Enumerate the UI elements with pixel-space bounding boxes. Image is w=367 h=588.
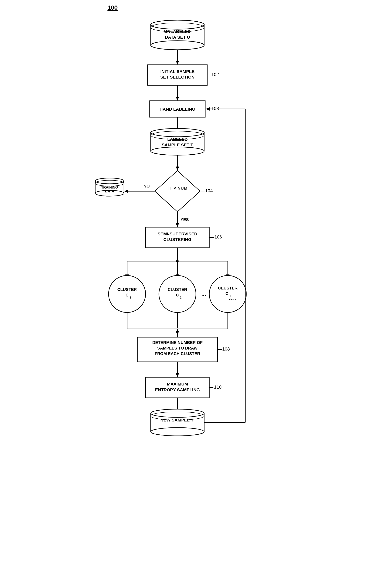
initial-sample-text2: SET SELECTION [160,75,194,79]
svg-marker-19 [176,166,179,171]
semi-supervised-text: SEMI-SUPERVISED [158,232,197,236]
clusterk-text: CLUSTER [218,286,237,290]
hand-labeling-text: HAND LABELING [159,107,195,111]
ref-label: 100 [108,4,118,11]
step-110: 110 [214,384,222,389]
step-106: 106 [214,234,222,240]
svg-point-61 [151,409,204,417]
svg-marker-5 [176,61,179,65]
svg-marker-23 [124,190,128,193]
step-108: 108 [222,347,230,352]
svg-point-62 [151,428,204,436]
flowchart-svg: UNLABELED DATA SET U INITIAL SAMPLE SET … [91,12,276,578]
cluster2-subsub: 2 [180,296,182,299]
cluster1-text: CLUSTER [117,287,137,292]
diagram-container: 100 UNLABELED DATA SET U INITIAL SAMPLE … [91,12,276,579]
unlabeled-text: UNLABELED [164,29,191,34]
svg-marker-9 [176,97,179,101]
determine-text2: SAMPLES TO DRAW [157,346,197,350]
training-data-text2: DATA [105,189,114,193]
decision-text: |T| < NUM [167,186,187,190]
svg-point-16 [151,147,204,155]
unlabeled-text2: DATA SET U [165,35,190,40]
ellipsis: ... [201,290,206,297]
step-104: 104 [205,188,213,193]
max-entropy-text: MAXIMUM [167,381,188,386]
svg-point-15 [151,129,204,137]
yes-label: YES [181,217,189,222]
svg-point-1 [151,20,204,29]
new-sample-text: NEW SAMPLE T' [160,418,194,422]
labeled-sample-text2: SAMPLE SET T [162,142,193,147]
determine-text: DETERMINE NUMBER OF [152,340,202,345]
initial-sample-text: INITIAL SAMPLE [160,69,194,74]
cluster2-text: CLUSTER [167,287,187,292]
labeled-sample-text: LABELED [167,137,188,142]
training-data-text: TRAINING [101,185,118,189]
clusterk-subsub: k [230,294,232,297]
cluster2-sub: C [176,293,179,297]
step-102: 102 [211,72,219,77]
svg-marker-20 [155,171,200,212]
svg-marker-29 [176,223,179,227]
cluster1-subsub: 1 [130,296,131,299]
no-label: NO [143,184,150,188]
svg-point-2 [151,41,204,50]
step-103: 103 [211,106,219,111]
cluster1-sub: C [125,293,128,297]
clusterk-subsub2: cluster [229,298,237,301]
clusterk-sub: C [225,291,228,296]
semi-supervised-text2: CLUSTERING [163,237,192,242]
determine-text3: FROM EACH CLUSTER [155,351,200,356]
max-entropy-text2: ENTROPY SAMPLING [155,387,200,392]
svg-marker-55 [176,373,179,377]
svg-marker-67 [206,107,210,111]
